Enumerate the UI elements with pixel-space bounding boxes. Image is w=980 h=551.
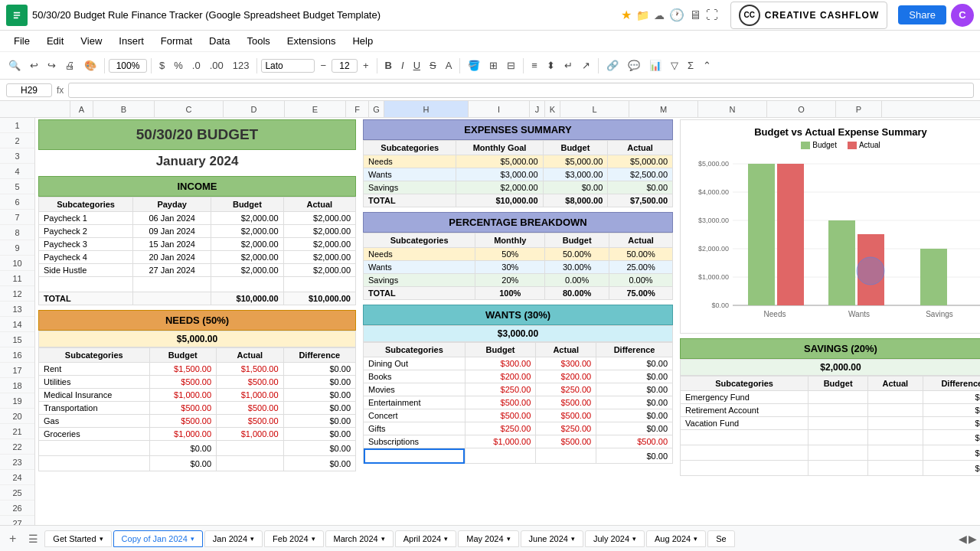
col-header-g[interactable]: G xyxy=(369,101,384,117)
font-down-btn[interactable]: − xyxy=(316,58,330,73)
table-row[interactable]: Vacation Fund $0.00 xyxy=(681,417,981,430)
tab-get-started[interactable]: Get Started ▾ xyxy=(44,530,111,547)
tab-feb-2024[interactable]: Feb 2024 ▾ xyxy=(264,530,323,547)
table-row[interactable]: Subscriptions $1,000.00 $500.00 $500.00 xyxy=(364,435,673,448)
table-row[interactable]: Concert $500.00 $500.00 $0.00 xyxy=(364,409,673,422)
borders-btn[interactable]: ⊞ xyxy=(485,58,501,73)
table-row[interactable]: Gifts $250.00 $250.00 $0.00 xyxy=(364,422,673,435)
table-row[interactable]: Transportation $500.00 $500.00 $0.00 xyxy=(39,402,356,415)
cell-ref-input[interactable] xyxy=(6,83,52,97)
add-tab-button[interactable]: + xyxy=(3,529,22,549)
user-avatar[interactable]: C xyxy=(951,4,974,27)
table-row[interactable]: $0.00$0.00 xyxy=(39,441,356,456)
tab-scroll-left[interactable]: ◀ xyxy=(959,533,967,545)
tab-june-2024[interactable]: June 2024 ▾ xyxy=(521,530,583,547)
table-row[interactable]: Paycheck 3 15 Jan 2024 $2,000.00 $2,000.… xyxy=(39,238,356,251)
tab-april-2024-chevron[interactable]: ▾ xyxy=(444,535,448,543)
menu-tools[interactable]: Tools xyxy=(239,34,277,48)
tab-july-2024[interactable]: July 2024 ▾ xyxy=(585,530,645,547)
app-icon[interactable] xyxy=(6,5,28,26)
menu-extensions[interactable]: Extensions xyxy=(279,34,344,48)
zoom-input[interactable] xyxy=(109,59,147,73)
tab-menu-button[interactable]: ☰ xyxy=(24,530,43,548)
table-row[interactable]: Movies $250.00 $250.00 $0.00 xyxy=(364,383,673,396)
menu-format[interactable]: Format xyxy=(153,34,200,48)
tab-april-2024[interactable]: April 2024 ▾ xyxy=(395,530,457,547)
italic-btn[interactable]: I xyxy=(397,58,408,73)
table-row[interactable]: Entertainment $500.00 $500.00 $0.00 xyxy=(364,396,673,409)
table-row[interactable] xyxy=(39,277,356,292)
col-header-e[interactable]: E xyxy=(285,101,346,117)
tab-copy-jan-2024[interactable]: Copy of Jan 2024 ▾ xyxy=(113,530,203,547)
formula-input[interactable] xyxy=(68,83,974,98)
table-row[interactable]: Emergency Fund $0.00 xyxy=(681,391,981,404)
table-row[interactable]: Needs $5,000.00 $5,000.00 $5,000.00 xyxy=(364,155,673,168)
decimal-dec-btn[interactable]: .0 xyxy=(188,58,204,73)
tab-feb-2024-chevron[interactable]: ▾ xyxy=(312,535,315,543)
col-header-l[interactable]: L xyxy=(560,101,629,117)
number-btn[interactable]: 123 xyxy=(229,58,253,73)
tab-march-2024-chevron[interactable]: ▾ xyxy=(381,535,385,543)
bold-btn[interactable]: B xyxy=(381,58,396,73)
col-header-a[interactable]: A xyxy=(70,101,93,117)
tab-scroll-right[interactable]: ▶ xyxy=(969,533,977,545)
table-row[interactable]: Medical Insurance $1,000.00 $1,000.00 $0… xyxy=(39,389,356,402)
col-header-p[interactable]: P xyxy=(836,101,882,117)
col-header-k[interactable]: K xyxy=(545,101,560,117)
align-btn[interactable]: ≡ xyxy=(528,58,541,73)
col-header-j[interactable]: J xyxy=(530,101,545,117)
percent-btn[interactable]: % xyxy=(170,58,187,73)
tab-aug-2024-chevron[interactable]: ▾ xyxy=(694,535,697,543)
col-header-m[interactable]: M xyxy=(629,101,698,117)
underline-btn[interactable]: U xyxy=(410,58,424,73)
menu-data[interactable]: Data xyxy=(201,34,237,48)
currency-btn[interactable]: $ xyxy=(155,58,168,73)
table-row[interactable]: Groceries $1,000.00 $1,000.00 $0.00 xyxy=(39,428,356,441)
tab-get-started-chevron[interactable]: ▾ xyxy=(100,535,103,543)
folder-icon[interactable]: 📁 xyxy=(636,9,649,21)
tab-se[interactable]: Se xyxy=(707,530,734,547)
fill-color-btn[interactable]: 🪣 xyxy=(464,58,484,73)
redo-btn[interactable]: ↪ xyxy=(44,58,60,73)
table-row[interactable]: Dining Out $300.00 $300.00 $0.00 xyxy=(364,357,673,370)
table-row[interactable]: Books $200.00 $200.00 $0.00 xyxy=(364,370,673,383)
col-header-b[interactable]: B xyxy=(93,101,155,117)
tab-may-2024[interactable]: May 2024 ▾ xyxy=(458,530,518,547)
col-header-f[interactable]: F xyxy=(346,101,369,117)
wrap-btn[interactable]: ↵ xyxy=(560,58,577,73)
table-row[interactable]: $0.00 xyxy=(681,445,981,461)
comment-btn[interactable]: 💬 xyxy=(624,58,644,73)
font-size-input[interactable] xyxy=(332,59,358,73)
table-row[interactable]: Rent $1,500.00 $1,500.00 $0.00 xyxy=(39,363,356,376)
col-header-n[interactable]: N xyxy=(698,101,767,117)
tab-may-2024-chevron[interactable]: ▾ xyxy=(507,535,511,543)
table-row[interactable]: Side Hustle 27 Jan 2024 $2,000.00 $2,000… xyxy=(39,264,356,277)
menu-insert[interactable]: Insert xyxy=(111,34,152,48)
table-row[interactable]: $0.00 xyxy=(681,461,981,476)
undo-btn[interactable]: ↩ xyxy=(26,58,42,73)
tab-march-2024[interactable]: March 2024 ▾ xyxy=(325,530,394,547)
font-up-btn[interactable]: + xyxy=(359,58,373,73)
table-row[interactable]: $0.00 xyxy=(681,430,981,445)
col-header-c[interactable]: C xyxy=(155,101,224,117)
menu-view[interactable]: View xyxy=(73,34,109,48)
table-row[interactable]: Utilities $500.00 $500.00 $0.00 xyxy=(39,376,356,389)
text-color-btn[interactable]: A xyxy=(442,58,456,73)
strikethrough-btn[interactable]: S xyxy=(426,58,440,73)
star-icon[interactable]: ★ xyxy=(621,8,632,22)
table-row[interactable]: $0.00 xyxy=(364,448,673,464)
col-header-d[interactable]: D xyxy=(224,101,285,117)
tab-june-2024-chevron[interactable]: ▾ xyxy=(571,535,575,543)
table-row[interactable]: Needs 50% 50.00% 50.00% xyxy=(364,248,673,261)
chart-btn[interactable]: 📊 xyxy=(645,58,665,73)
col-header-o[interactable]: O xyxy=(767,101,836,117)
cloud-icon[interactable]: ☁ xyxy=(654,9,665,21)
share-button[interactable]: Share xyxy=(898,5,946,24)
table-row[interactable]: Wants $3,000.00 $3,000.00 $2,500.00 xyxy=(364,168,673,181)
col-header-i[interactable]: I xyxy=(469,101,530,117)
search-btn[interactable]: 🔍 xyxy=(5,58,24,73)
table-row[interactable]: Gas $500.00 $500.00 $0.00 xyxy=(39,415,356,428)
table-row[interactable]: Paycheck 4 20 Jan 2024 $2,000.00 $2,000.… xyxy=(39,251,356,264)
tab-aug-2024[interactable]: Aug 2024 ▾ xyxy=(646,530,706,547)
table-row[interactable]: Retirement Account $0.00 xyxy=(681,404,981,417)
